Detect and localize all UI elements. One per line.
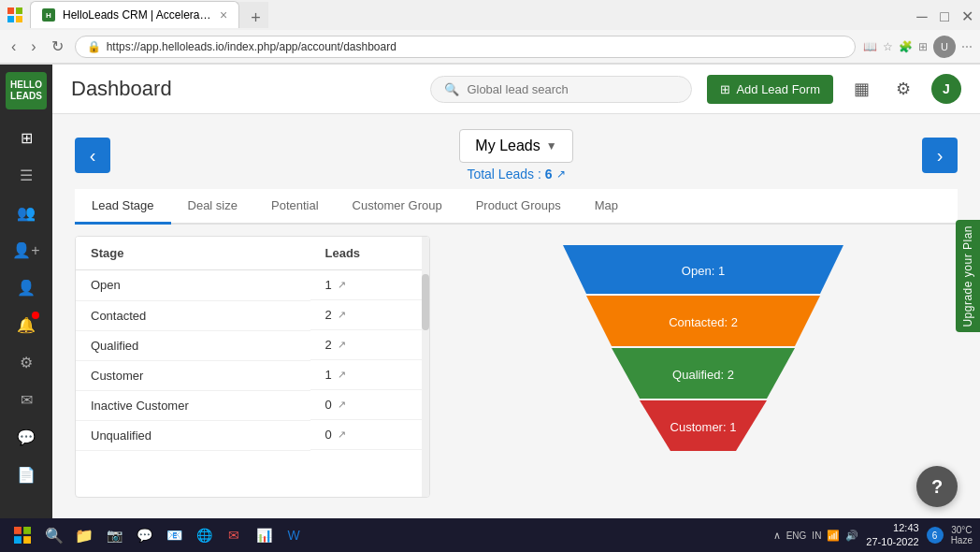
ext-link-icon[interactable]: ↗ (338, 309, 346, 321)
tab-customer-group[interactable]: Customer Group (336, 189, 459, 225)
svg-rect-2 (7, 16, 14, 22)
svg-rect-3 (16, 16, 22, 22)
profile-icon[interactable]: U (933, 36, 956, 58)
leads-cell: 0 ↗ (310, 390, 429, 420)
sidebar-item-contacts[interactable]: 👥 (9, 196, 43, 229)
upgrade-plan-panel[interactable]: Upgrade your Plan (956, 220, 980, 332)
start-button[interactable] (7, 520, 37, 550)
help-button[interactable]: ? (916, 466, 958, 507)
sidebar-item-add-contact[interactable]: 👤+ (9, 233, 43, 267)
table-scrollbar[interactable] (422, 237, 429, 497)
svg-rect-6 (14, 536, 22, 544)
tab-potential[interactable]: Potential (254, 189, 336, 225)
ext-link-icon[interactable]: ↗ (338, 339, 346, 351)
region-indicator: IN (812, 530, 821, 541)
search-input[interactable] (467, 82, 678, 96)
browser-tab[interactable]: H HelloLeads CRM | Accelerate Yo... × (30, 1, 239, 28)
notification-count-badge[interactable]: 6 (927, 527, 944, 544)
tab-close-btn[interactable]: × (220, 7, 227, 22)
sidebar-item-send[interactable]: ✉ (9, 383, 43, 416)
time-display: 12:43 (866, 521, 918, 535)
dashboard-content: ‹ My Leads ▼ Total Leads : 6 ↗ › Lead St (52, 114, 980, 519)
bookmark-icon[interactable]: ☆ (883, 40, 893, 53)
forward-btn[interactable]: › (27, 36, 39, 57)
sidebar-item-dashboard[interactable]: ⊞ (9, 121, 43, 154)
read-icon[interactable]: 📖 (863, 40, 877, 53)
sidebar-item-user[interactable]: 👤 (9, 270, 43, 304)
sidebar-item-list[interactable]: ☰ (9, 158, 43, 192)
maximize-btn[interactable]: □ (939, 9, 950, 21)
tab-lead-stage[interactable]: Lead Stage (75, 189, 171, 225)
prev-arrow-button[interactable]: ‹ (75, 138, 110, 173)
svg-rect-4 (14, 527, 22, 534)
list-icon: ☰ (20, 167, 33, 184)
user-icon: 👤 (17, 279, 36, 297)
app-container: HELLO LEADS ⊞ ☰ 👥 👤+ 👤 🔔 ⚙ ✉ � (0, 65, 980, 519)
collections-icon[interactable]: ⊞ (918, 40, 928, 53)
chat-icon: 💬 (17, 429, 36, 446)
header-settings-button[interactable]: ⚙ (890, 75, 916, 103)
taskbar-app5[interactable]: 📊 (251, 522, 277, 548)
user-avatar-button[interactable]: J (931, 74, 961, 104)
ext-link-icon[interactable]: ↗ (338, 399, 346, 411)
url-bar[interactable]: 🔒 https://app.helloleads.io/index.php/ap… (75, 36, 856, 58)
taskbar-app3[interactable]: 📧 (161, 522, 187, 548)
sidebar-item-reports[interactable]: 📄 (9, 458, 43, 491)
start-icon (14, 527, 31, 544)
taskbar-app2[interactable]: 💬 (131, 522, 157, 548)
address-bar: ‹ › ↻ 🔒 https://app.helloleads.io/index.… (0, 30, 980, 64)
funnel-open-label: Open: 1 (682, 264, 725, 278)
minimize-btn[interactable]: ─ (916, 9, 928, 21)
grid-icon: ▦ (854, 80, 870, 98)
ext-link-icon[interactable]: ↗ (338, 279, 346, 291)
contacts-icon: 👥 (17, 204, 36, 222)
question-mark-icon: ? (931, 476, 943, 498)
chevron-up-icon[interactable]: ∧ (773, 530, 781, 542)
tabs-bar: Lead Stage Deal size Potential Customer … (75, 189, 958, 225)
settings-icon: ⚙ (20, 354, 33, 371)
taskbar-explorer[interactable]: 📁 (71, 522, 97, 548)
taskbar-app1[interactable]: 📷 (101, 522, 127, 548)
add-lead-form-button[interactable]: ⊞ Add Lead Form (707, 75, 833, 104)
tab-product-groups[interactable]: Product Groups (459, 189, 578, 225)
logo-text: HELLO LEADS (10, 80, 42, 102)
window-controls: ─ □ ✕ (916, 9, 973, 21)
sidebar-item-chat[interactable]: 💬 (9, 420, 43, 454)
search-bar[interactable]: 🔍 (430, 76, 692, 103)
lead-dropdown[interactable]: My Leads ▼ (459, 129, 572, 163)
menu-icon[interactable]: ⋯ (961, 40, 973, 53)
leads-cell: 0 ↗ (310, 420, 429, 450)
ext-link-icon[interactable]: ↗ (338, 429, 346, 441)
title-bar: H HelloLeads CRM | Accelerate Yo... × + … (0, 0, 980, 30)
taskbar-browser[interactable]: 🌐 (191, 522, 217, 548)
reports-icon: 📄 (17, 466, 36, 484)
back-btn[interactable]: ‹ (7, 36, 20, 57)
lead-header: ‹ My Leads ▼ Total Leads : 6 ↗ › (75, 129, 958, 182)
total-count: 6 (545, 167, 553, 182)
new-tab-button[interactable]: + (243, 8, 268, 28)
upgrade-label: Upgrade your Plan (961, 225, 974, 327)
taskbar-right: ∧ ENG IN 📶 🔊 12:43 27-10-2022 6 30°C Haz… (773, 521, 973, 550)
extensions-icon[interactable]: 🧩 (899, 40, 913, 53)
taskbar-search[interactable]: 🔍 (41, 522, 67, 548)
lock-icon: 🔒 (87, 40, 101, 53)
tab-deal-size[interactable]: Deal size (171, 189, 254, 225)
sidebar-item-settings[interactable]: ⚙ (9, 345, 43, 379)
next-arrow-button[interactable]: › (922, 138, 958, 173)
taskbar-app6[interactable]: W (281, 522, 307, 548)
add-contact-icon: 👤+ (12, 241, 39, 259)
reload-btn[interactable]: ↻ (48, 36, 67, 57)
leads-cell: 1 ↗ (310, 270, 429, 300)
stage-cell: Contacted (76, 300, 310, 330)
ext-link-icon[interactable]: ↗ (338, 369, 346, 381)
tab-map[interactable]: Map (578, 189, 635, 225)
sidebar-item-notifications[interactable]: 🔔 (9, 308, 43, 341)
table-row: Qualified 2 ↗ (76, 330, 429, 360)
taskbar-app4[interactable]: ✉ (221, 522, 247, 548)
wifi-icon: 📶 (827, 530, 840, 542)
total-leads-link[interactable]: ↗ (556, 167, 566, 181)
scrollbar-thumb (422, 274, 429, 330)
close-btn[interactable]: ✕ (961, 9, 973, 21)
content-grid: Stage Leads Open 1 ↗ Contacted 2 ↗ Quali… (75, 236, 958, 498)
grid-view-button[interactable]: ▦ (848, 75, 875, 103)
